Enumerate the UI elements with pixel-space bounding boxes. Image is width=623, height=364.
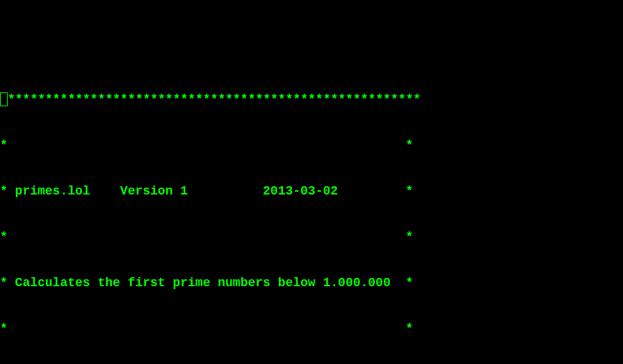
terminal-viewport[interactable]: ****************************************… (0, 61, 623, 364)
code-line: * Calculates the first prime numbers bel… (0, 275, 623, 290)
code-line: ****************************************… (0, 92, 623, 107)
code-line: * * (0, 229, 623, 245)
cursor (0, 92, 8, 106)
line-text: ****************************************… (8, 92, 421, 106)
code-line: * primes.lol Version 1 2013-03-02 * (0, 183, 623, 199)
code-line: * * (0, 321, 623, 336)
code-line: * * (0, 138, 623, 153)
